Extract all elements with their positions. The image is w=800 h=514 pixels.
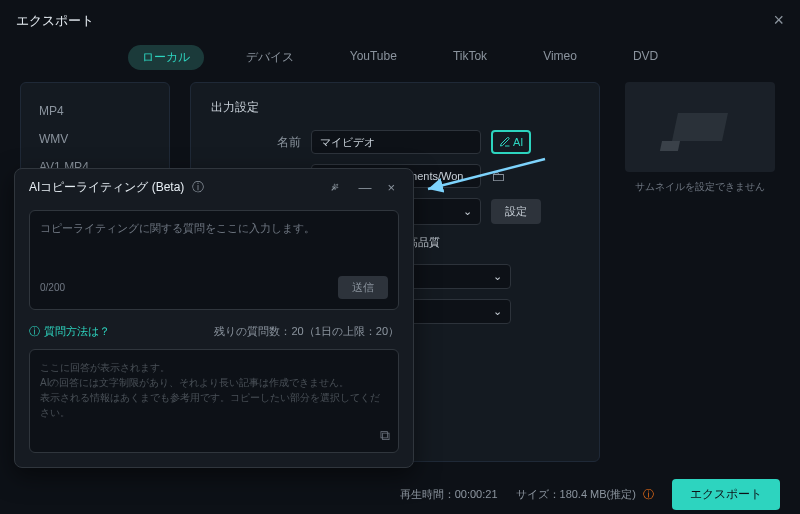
chevron-down-icon: ⌄ — [493, 270, 502, 283]
ai-input-placeholder: コピーライティングに関する質問をここに入力します。 — [40, 221, 388, 276]
ai-copywriting-panel: AIコピーライティング (Beta) ⓘ — × コピーライティングに関する質問… — [14, 168, 414, 468]
ai-input-area[interactable]: コピーライティングに関する質問をここに入力します。 0/200 送信 — [29, 210, 399, 310]
sidebar-item-mp4[interactable]: MP4 — [21, 97, 169, 125]
question-icon: ⓘ — [29, 324, 40, 339]
copy-icon[interactable]: ⧉ — [380, 427, 390, 444]
no-thumbnail-text: サムネイルを設定できません — [635, 180, 765, 194]
preview-panel: サムネイルを設定できません — [620, 82, 780, 462]
send-button[interactable]: 送信 — [338, 276, 388, 299]
close-icon[interactable]: × — [773, 10, 784, 31]
size-info: サイズ：180.4 MB(推定) ⓘ — [516, 487, 654, 502]
footer: 再生時間：00:00:21 サイズ：180.4 MB(推定) ⓘ エクスポート — [0, 474, 800, 514]
info-icon[interactable]: ⓘ — [192, 179, 204, 196]
header: エクスポート × — [0, 0, 800, 41]
minimize-icon[interactable]: — — [354, 180, 375, 195]
duration-info: 再生時間：00:00:21 — [400, 487, 498, 502]
chevron-down-icon: ⌄ — [463, 205, 472, 218]
ai-output-placeholder: ここに回答が表示されます。 AIの回答には文字制限があり、それより長い記事は作成… — [40, 360, 388, 420]
ai-meta-row: ⓘ 質問方法は？ 残りの質問数：20（1日の上限：20） — [15, 318, 413, 345]
chevron-down-icon: ⌄ — [493, 305, 502, 318]
remaining-count: 残りの質問数：20（1日の上限：20） — [214, 324, 399, 339]
settings-button[interactable]: 設定 — [491, 199, 541, 224]
ai-panel-header: AIコピーライティング (Beta) ⓘ — × — [15, 169, 413, 206]
dialog-title: エクスポート — [16, 12, 94, 30]
ai-button[interactable]: AI — [491, 130, 531, 154]
export-button[interactable]: エクスポート — [672, 479, 780, 510]
pin-icon[interactable] — [325, 180, 346, 196]
ai-button-label: AI — [513, 136, 523, 148]
folder-icon[interactable]: 🗀 — [491, 168, 505, 184]
export-tabs: ローカル デバイス YouTube TikTok Vimeo DVD — [0, 41, 800, 82]
close-panel-icon[interactable]: × — [383, 180, 399, 195]
name-input[interactable] — [311, 130, 481, 154]
name-label: 名前 — [211, 134, 301, 151]
thumbnail-shape-icon — [672, 113, 728, 141]
char-count: 0/200 — [40, 282, 65, 293]
help-link[interactable]: ⓘ 質問方法は？ — [29, 324, 110, 339]
warning-icon[interactable]: ⓘ — [643, 488, 654, 500]
tab-tiktok[interactable]: TikTok — [439, 45, 501, 70]
tab-device[interactable]: デバイス — [232, 45, 308, 70]
tab-vimeo[interactable]: Vimeo — [529, 45, 591, 70]
sidebar-item-wmv[interactable]: WMV — [21, 125, 169, 153]
ai-output-area: ここに回答が表示されます。 AIの回答には文字制限があり、それより長い記事は作成… — [29, 349, 399, 453]
output-section-title: 出力設定 — [211, 99, 579, 116]
thumbnail-placeholder — [625, 82, 775, 172]
tab-dvd[interactable]: DVD — [619, 45, 672, 70]
tab-local[interactable]: ローカル — [128, 45, 204, 70]
tab-youtube[interactable]: YouTube — [336, 45, 411, 70]
ai-panel-title: AIコピーライティング (Beta) — [29, 179, 184, 196]
